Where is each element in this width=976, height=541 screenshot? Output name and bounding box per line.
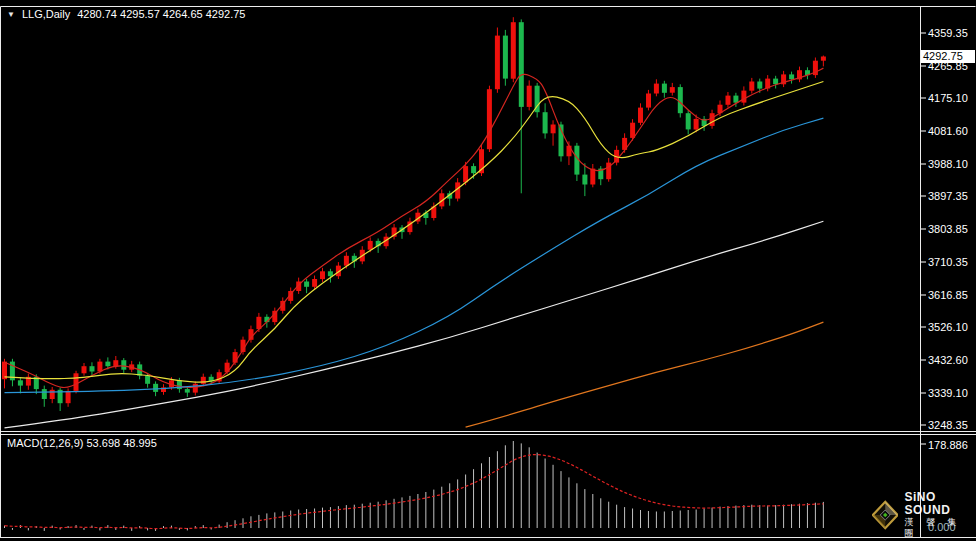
chart-frame <box>0 7 976 538</box>
logo-line1: SiNO SOUND <box>904 491 976 517</box>
chevron-down-icon[interactable]: ▼ <box>7 10 15 19</box>
price-axis-label: 4081.60 <box>928 125 968 137</box>
diamond-logo-icon <box>872 499 898 531</box>
macd-value: 53.698 <box>86 437 120 449</box>
macd-axis-max-label: 178.886 <box>928 439 968 451</box>
ma-mid-yellow <box>5 82 824 383</box>
price-axis[interactable]: 4359.354265.854175.104081.603988.103897.… <box>921 27 968 431</box>
ma-fast-red <box>5 68 824 387</box>
price-axis-label: 3339.10 <box>928 387 968 399</box>
price-axis-label: 3616.85 <box>928 289 968 301</box>
price-axis-label: 3710.35 <box>928 256 968 268</box>
price-axis-label: 4359.35 <box>928 27 968 39</box>
ma-lines <box>5 68 824 428</box>
ma-120-white <box>5 221 824 428</box>
price-axis-label: 3803.85 <box>928 223 968 235</box>
macd-signal-value: 48.995 <box>123 437 157 449</box>
price-axis-label: 3526.10 <box>928 321 968 333</box>
price-axis-label: 4175.10 <box>928 92 968 104</box>
price-axis-label: 3432.60 <box>928 354 968 366</box>
macd-indicator-label: MACD(12,26,9) 53.698 48.995 <box>7 437 157 449</box>
ma-250-orange <box>466 322 824 427</box>
ma-60-blue <box>5 118 824 393</box>
logo-text: SiNO SOUND 漢 聲 集 團 <box>904 491 976 539</box>
macd-histogram <box>5 441 824 531</box>
price-axis-label: 3988.10 <box>928 158 968 170</box>
chart-canvas[interactable]: 4359.354265.854175.104081.603988.103897.… <box>0 0 976 541</box>
candlestick-series <box>2 17 826 411</box>
macd-signal-line <box>5 455 824 529</box>
sino-sound-logo: SiNO SOUND 漢 聲 集 團 <box>872 491 976 539</box>
macd-name: MACD(12,26,9) <box>7 437 83 449</box>
logo-line2: 漢 聲 集 團 <box>904 517 976 539</box>
symbol-name: LLG,Daily <box>22 8 70 20</box>
current-price-tag: 4292.75 <box>921 50 975 63</box>
ohlc-values: 4280.74 4295.57 4264.65 4292.75 <box>77 8 245 20</box>
price-axis-label: 3248.35 <box>928 419 968 431</box>
chart-window: 4359.354265.854175.104081.603988.103897.… <box>0 0 976 541</box>
symbol-ohlc-label: ▼ LLG,Daily 4280.74 4295.57 4264.65 4292… <box>7 8 245 20</box>
price-axis-label: 3897.35 <box>928 190 968 202</box>
